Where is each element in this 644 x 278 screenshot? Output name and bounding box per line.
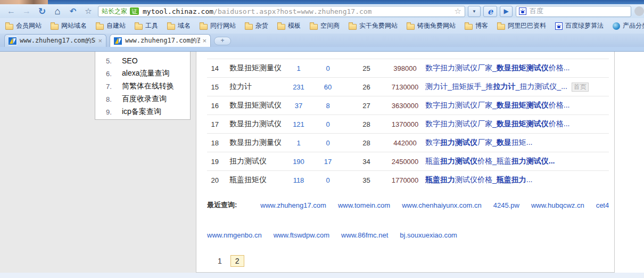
folder-icon: [465, 24, 473, 30]
result-title-link[interactable]: 瓶盖扭力测试仪价格_瓶盖扭力测试仪...: [421, 157, 609, 166]
globe-icon: [613, 22, 620, 30]
title-segment: 厂家_: [477, 138, 497, 146]
recent-query-link[interactable]: cet4-6.xdf.cn: [596, 201, 609, 209]
result-title-link[interactable]: 数字扭力测试仪厂家_数显扭矩...: [421, 138, 609, 148]
link-count-link[interactable]: 37: [295, 102, 302, 110]
bookmark-item[interactable]: 自建站: [96, 21, 126, 30]
browser-toolbar: ← → ↻ ⌂ ↶ ☆ 站长之家 证 mytool.chinaz.com/bai…: [0, 4, 644, 18]
recent-query-link[interactable]: bj.souxuexiao.com: [400, 231, 457, 239]
tab-baidu-rank[interactable]: www.zhuheng17.com的百度 ×: [110, 34, 211, 47]
bookmark-item[interactable]: 模板: [277, 21, 301, 30]
recent-query-link[interactable]: www.nmgenbo.cn: [207, 231, 262, 239]
bookmark-label: 工具: [145, 21, 158, 30]
table-row: 19扭力测试仪19017342450000瓶盖扭力测试仪价格_瓶盖扭力测试仪..…: [207, 152, 609, 170]
recent-query-link[interactable]: www.chenhaiyunx.com.cn: [402, 201, 482, 209]
recent-query-link[interactable]: www.zhuheng17.com: [260, 201, 326, 209]
result-title-link[interactable]: 瓶盖扭力测试仪价格_瓶盖扭力...: [421, 175, 609, 185]
recent-query-link[interactable]: www.ftswdpw.com: [274, 231, 329, 239]
result-title-link[interactable]: 数字扭力测试仪厂家_数显扭矩测试仪价格...: [421, 119, 609, 129]
menu-item-label: 百度收录查询: [122, 94, 167, 104]
tools-menu-list: 5.SEO6.alexa流量查询7.简繁体在线转换8.百度收录查询9.icp备案…: [95, 52, 191, 120]
keyword-cell: 数显扭矩测量仪: [219, 63, 285, 73]
new-tab-button[interactable]: +: [214, 37, 231, 45]
ie-mode-button[interactable]: e: [483, 6, 497, 17]
folder-icon: [51, 24, 59, 30]
title-segment: ...: [549, 157, 555, 165]
bookmark-item[interactable]: 阿里巴巴资料: [497, 21, 546, 30]
rank-cell: 28: [362, 120, 370, 128]
go-button[interactable]: ▶: [500, 6, 513, 17]
home-icon[interactable]: ⌂: [51, 5, 64, 17]
link-count-link[interactable]: 190: [293, 158, 304, 166]
bookmark-item[interactable]: 工具: [135, 21, 158, 30]
recent-query-link[interactable]: www.86fmc.net: [341, 231, 388, 239]
bookmark-item[interactable]: 产品分类: [613, 21, 644, 30]
bookmark-item[interactable]: 百度绿萝算法: [555, 21, 604, 30]
bookmark-item[interactable]: 空间商: [310, 21, 340, 30]
tab-seo-query[interactable]: www.zhuheng17.com的SEO综 ×: [4, 34, 106, 47]
menu-item[interactable]: 8.百度收录查询: [95, 93, 190, 105]
recent-query-link[interactable]: www.tomein.com: [338, 201, 390, 209]
url-path: /baidusort.aspx?host=www.zhuheng17.com: [213, 7, 371, 15]
menu-item-number: 7.: [106, 83, 118, 91]
pagination-page-link[interactable]: 1: [218, 257, 222, 265]
bookmark-item[interactable]: 同行网站: [200, 21, 236, 30]
chinaz-favicon-icon: [114, 37, 122, 45]
recent-query-link[interactable]: 4245.pw: [493, 201, 519, 209]
home-count-link[interactable]: 0: [326, 120, 329, 128]
search-box[interactable]: 百度: [516, 6, 631, 17]
address-bar[interactable]: 站长之家 证 mytool.chinaz.com/baidusort.aspx?…: [98, 6, 465, 17]
link-count-link[interactable]: 121: [293, 120, 304, 128]
home-count-link[interactable]: 60: [324, 83, 332, 91]
bookmark-star-icon[interactable]: ☆: [455, 6, 461, 16]
menu-item[interactable]: 9.icp备案查询: [95, 105, 190, 118]
link-count-link[interactable]: 1: [296, 139, 300, 147]
result-title-link[interactable]: 数字扭力测试仪厂家_数显扭矩测试仪价格...: [421, 101, 609, 110]
menu-item[interactable]: 5.SEO: [95, 54, 190, 67]
folder-icon: [497, 24, 505, 30]
bookmark-item[interactable]: 域名: [167, 21, 191, 30]
snapshot-icon[interactable]: [634, 6, 644, 16]
title-segment: 数字扭力测试仪厂家_: [425, 63, 497, 72]
close-icon[interactable]: ×: [98, 37, 102, 45]
recent-query-link[interactable]: www.hubqcwz.cn: [531, 201, 584, 209]
refresh-icon[interactable]: ↻: [35, 5, 49, 17]
result-title-link[interactable]: 测力计_扭矩扳手_推拉力计_扭力测试仪_...首页: [421, 82, 609, 92]
bookmark-item[interactable]: 杂货: [245, 21, 268, 30]
baidu-index-cell: 442000: [393, 139, 416, 147]
url-host: mytool.chinaz.com: [143, 7, 213, 15]
tab-title: www.zhuheng17.com的SEO综: [20, 36, 96, 45]
title-segment: 拉力计: [493, 82, 516, 91]
pagination-current-page[interactable]: 2: [230, 255, 244, 267]
undo-icon[interactable]: ↶: [66, 5, 80, 17]
keyword-cell: 数显扭力测量仪: [219, 138, 285, 148]
result-title-link[interactable]: 数字扭力测试仪厂家_数显扭矩测试仪价格...: [421, 63, 609, 73]
title-segment: ...: [564, 101, 570, 109]
address-dropdown-button[interactable]: ▼: [468, 6, 481, 17]
baidu-index-cell: 3630000: [392, 102, 419, 110]
favorites-star-icon[interactable]: ☆: [81, 5, 95, 17]
bookmark-item[interactable]: 博客: [465, 21, 488, 30]
home-count-link[interactable]: 0: [326, 64, 329, 72]
forward-icon[interactable]: →: [20, 5, 34, 17]
home-count-link[interactable]: 0: [326, 139, 329, 147]
bookmark-item[interactable]: 网站域名: [51, 21, 87, 30]
bookmark-item[interactable]: 会员网站: [5, 21, 42, 30]
home-count-link[interactable]: 17: [324, 158, 332, 166]
bookmark-label: 实干免费网站: [359, 21, 398, 30]
bookmark-item[interactable]: 实干免费网站: [349, 21, 398, 30]
home-count-link[interactable]: 8: [326, 102, 329, 110]
bookmark-item[interactable]: 铸衡免费网站: [407, 21, 456, 30]
home-count-link[interactable]: 0: [326, 176, 329, 184]
close-icon[interactable]: ×: [202, 37, 207, 45]
link-count-link[interactable]: 1: [296, 64, 300, 72]
bookmark-label: 铸衡免费网站: [417, 21, 456, 30]
link-count-link[interactable]: 118: [293, 176, 304, 184]
url-text[interactable]: mytool.chinaz.com/baidusort.aspx?host=ww…: [143, 7, 371, 15]
back-icon[interactable]: ←: [4, 5, 18, 17]
menu-item[interactable]: 6.alexa流量查询: [95, 67, 190, 80]
recent-links-row-2: www.nmgenbo.cnwww.ftswdpw.comwww.86fmc.n…: [207, 231, 609, 239]
window-title-bar: [0, 0, 644, 4]
menu-item[interactable]: 7.简繁体在线转换: [95, 80, 190, 93]
link-count-link[interactable]: 231: [293, 83, 304, 91]
